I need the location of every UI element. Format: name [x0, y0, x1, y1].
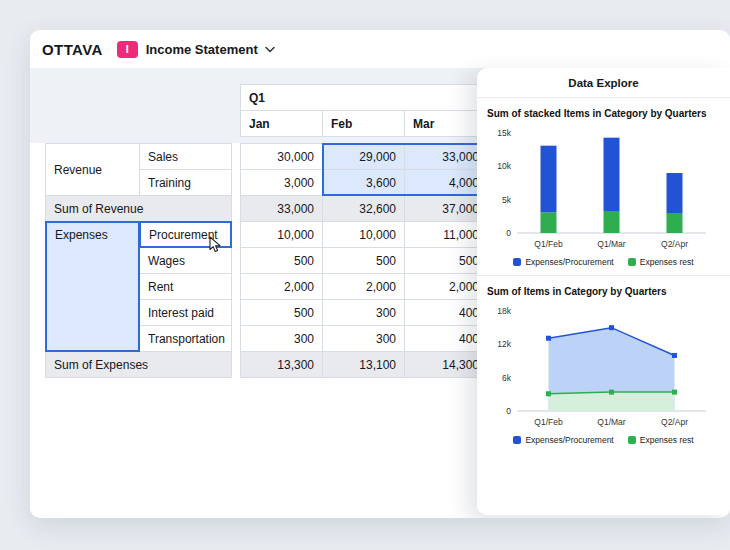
- svg-text:5k: 5k: [502, 195, 512, 205]
- doc-badge: I: [117, 41, 138, 58]
- table-cell[interactable]: 32,600: [322, 195, 405, 222]
- data-explore-panel: Data Explore Sum of stacked Items in Cat…: [477, 68, 730, 515]
- legend-swatch-blue: [513, 436, 521, 444]
- legend-label: Expenses/Procurement: [525, 257, 613, 267]
- table-cell[interactable]: 2,000: [240, 273, 323, 300]
- svg-text:0: 0: [506, 228, 511, 238]
- legend-swatch-blue: [513, 258, 521, 266]
- table-cell[interactable]: 2,000: [322, 273, 405, 300]
- chart-legend: Expenses/Procurement Expenses rest: [487, 435, 720, 445]
- legend-item: Expenses rest: [628, 435, 694, 445]
- chart-legend: Expenses/Procurement Expenses rest: [487, 257, 720, 267]
- table-cell[interactable]: 4,000: [404, 169, 488, 196]
- legend-swatch-green: [628, 436, 636, 444]
- legend-swatch-green: [628, 258, 636, 266]
- table-cell[interactable]: 14,300: [404, 351, 488, 378]
- legend-label: Expenses rest: [640, 435, 694, 445]
- table-cell[interactable]: 500: [240, 299, 323, 326]
- table-cell[interactable]: 500: [404, 247, 488, 274]
- app-logo: OTTAVA: [42, 41, 103, 58]
- table-cell[interactable]: 3,000: [240, 169, 323, 196]
- panel-title: Data Explore: [477, 68, 730, 98]
- legend-label: Expenses rest: [640, 257, 694, 267]
- stacked-bar-chart: 05k10k15kQ1/FebQ1/MarQ2/Apr: [487, 125, 718, 251]
- table-cell[interactable]: 10,000: [240, 221, 323, 248]
- table-cell[interactable]: 33,000: [240, 195, 323, 222]
- svg-text:10k: 10k: [497, 161, 511, 171]
- summary-cell-expenses[interactable]: Sum of Expenses: [45, 351, 232, 378]
- legend-item: Expenses/Procurement: [513, 257, 613, 267]
- item-cell-transportation[interactable]: Transportation: [139, 325, 232, 352]
- legend-item: Expenses rest: [628, 257, 694, 267]
- svg-text:Q1/Feb: Q1/Feb: [534, 239, 563, 249]
- svg-text:Q1/Mar: Q1/Mar: [597, 239, 626, 249]
- item-cell-sales[interactable]: Sales: [139, 143, 232, 170]
- svg-text:15k: 15k: [497, 128, 511, 138]
- table-cell[interactable]: 10,000: [322, 221, 405, 248]
- quarter-header-q1[interactable]: Q1: [240, 84, 488, 111]
- table-cell[interactable]: 2,000: [404, 273, 488, 300]
- table-cell[interactable]: 13,300: [240, 351, 323, 378]
- svg-text:Q1/Feb: Q1/Feb: [534, 417, 563, 427]
- table-cell[interactable]: 300: [240, 325, 323, 352]
- cursor-icon: [209, 236, 222, 257]
- chart-title: Sum of Items in Category by Quarters: [487, 286, 720, 297]
- doc-title[interactable]: Income Statement: [146, 42, 258, 57]
- category-cell-expenses[interactable]: Expenses: [45, 221, 140, 352]
- svg-text:Q2/Apr: Q2/Apr: [661, 239, 688, 249]
- svg-text:6k: 6k: [502, 373, 512, 383]
- app-header: OTTAVA I Income Statement: [30, 30, 730, 68]
- month-header-mar[interactable]: Mar: [404, 110, 488, 137]
- table-cell[interactable]: 29,000: [322, 143, 405, 170]
- table-cell[interactable]: 30,000: [240, 143, 323, 170]
- table-cell[interactable]: 300: [322, 325, 405, 352]
- table-cell[interactable]: 400: [404, 299, 488, 326]
- item-cell-rent[interactable]: Rent: [139, 273, 232, 300]
- table-cell[interactable]: 500: [322, 247, 405, 274]
- table-cell[interactable]: 11,000: [404, 221, 488, 248]
- item-cell-interest-paid[interactable]: Interest paid: [139, 299, 232, 326]
- table-cell[interactable]: 400: [404, 325, 488, 352]
- table-cell[interactable]: 500: [240, 247, 323, 274]
- table-cell[interactable]: 33,000: [404, 143, 488, 170]
- svg-text:18k: 18k: [497, 306, 511, 316]
- summary-cell-revenue[interactable]: Sum of Revenue: [45, 195, 232, 222]
- svg-text:Q1/Mar: Q1/Mar: [597, 417, 626, 427]
- table-cell[interactable]: 3,600: [322, 169, 405, 196]
- table-cell[interactable]: 37,000: [404, 195, 488, 222]
- area-chart-section: Sum of Items in Category by Quarters 06k…: [477, 275, 730, 453]
- month-header-feb[interactable]: Feb: [322, 110, 405, 137]
- item-cell-training[interactable]: Training: [139, 169, 232, 196]
- legend-item: Expenses/Procurement: [513, 435, 613, 445]
- category-cell-revenue[interactable]: Revenue: [45, 143, 140, 196]
- chevron-down-icon[interactable]: [265, 46, 275, 53]
- table-cell[interactable]: 13,100: [322, 351, 405, 378]
- chart-title: Sum of stacked Items in Category by Quar…: [487, 108, 720, 119]
- svg-text:Q2/Apr: Q2/Apr: [661, 417, 688, 427]
- area-chart: 06k12k18kQ1/FebQ1/MarQ2/Apr: [487, 303, 718, 429]
- legend-label: Expenses/Procurement: [525, 435, 613, 445]
- svg-text:0: 0: [506, 406, 511, 416]
- svg-text:12k: 12k: [497, 339, 511, 349]
- app-window: OTTAVA I Income Statement Q1 Jan Feb Mar…: [30, 30, 730, 518]
- stacked-bar-section: Sum of stacked Items in Category by Quar…: [477, 98, 730, 275]
- month-header-jan[interactable]: Jan: [240, 110, 323, 137]
- table-cell[interactable]: 300: [322, 299, 405, 326]
